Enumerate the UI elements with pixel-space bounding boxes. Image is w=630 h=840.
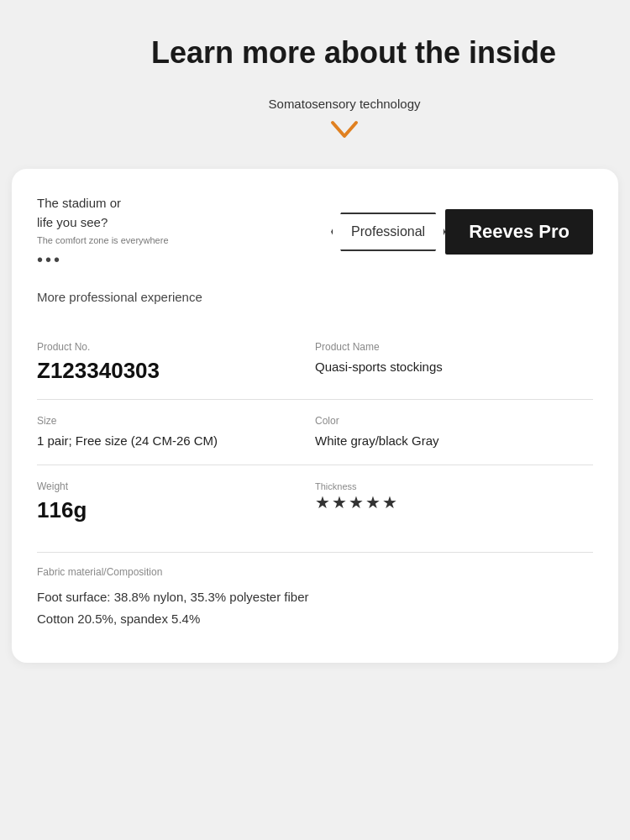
sensory-wrapper: Somatosensory technology (84, 95, 605, 144)
weight-value: 116g (37, 497, 308, 523)
thickness-cell: Thickness ★★★★★ (315, 469, 593, 535)
size-cell: Size 1 pair; Free size (24 CM-26 CM) (37, 403, 315, 461)
dots-indicator: ••• (37, 250, 169, 270)
divider-1 (37, 399, 593, 400)
color-value: White gray/black Gray (315, 432, 586, 449)
page-title: Learn more about the inside (151, 34, 605, 71)
product-name-cell: Product Name Quasi-sports stockings (315, 329, 593, 396)
color-cell: Color White gray/black Gray (315, 403, 593, 461)
more-experience-text: More professional experience (37, 290, 593, 304)
weight-cell: Weight 116g (37, 469, 315, 535)
product-card: The stadium or life you see? The comfort… (12, 169, 618, 663)
top-section: Learn more about the inside Somatosensor… (0, 0, 630, 169)
fabric-line-2: Cotton 20.5%, spandex 5.4% (37, 608, 593, 630)
comfort-text: The comfort zone is everywhere (37, 235, 169, 245)
toggle-row: The stadium or life you see? The comfort… (37, 194, 593, 270)
product-no-label: Product No. (37, 341, 308, 353)
thickness-label: Thickness (315, 480, 586, 492)
thickness-stars: ★★★★★ (315, 492, 586, 512)
product-name-label: Product Name (315, 341, 586, 353)
size-label: Size (37, 415, 308, 427)
divider-2 (37, 465, 593, 465)
fabric-section: Fabric material/Composition Foot surface… (37, 552, 593, 629)
size-value: 1 pair; Free size (24 CM-26 CM) (37, 432, 308, 449)
product-no-value: Z123340303 (37, 358, 308, 384)
fabric-line-1: Foot surface: 38.8% nylon, 35.3% polyest… (37, 586, 593, 608)
product-detail-grid: Product No. Z123340303 Product Name Quas… (37, 329, 593, 535)
fabric-value: Foot surface: 38.8% nylon, 35.3% polyest… (37, 586, 593, 629)
reeves-pro-button[interactable]: Reeves Pro (445, 209, 593, 255)
stadium-text: The stadium or life you see? (37, 194, 169, 232)
stadium-text-block: The stadium or life you see? The comfort… (37, 194, 169, 270)
toggle-buttons: Professional Reeves Pro (331, 209, 593, 255)
product-no-cell: Product No. Z123340303 (37, 329, 315, 396)
color-label: Color (315, 415, 586, 427)
sensory-label: Somatosensory technology (269, 95, 421, 113)
chevron-down-icon[interactable] (329, 119, 360, 144)
weight-label: Weight (37, 480, 308, 492)
fabric-label: Fabric material/Composition (37, 566, 593, 578)
professional-button[interactable]: Professional (331, 213, 445, 251)
product-name-value: Quasi-sports stockings (315, 358, 586, 375)
